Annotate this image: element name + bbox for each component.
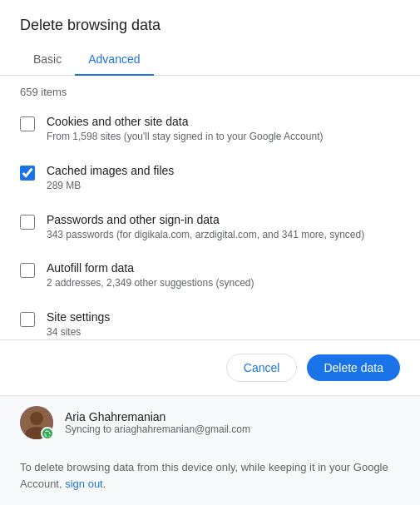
site-settings-checkbox-wrap[interactable] xyxy=(20,312,35,330)
list-item: Cookies and other site data From 1,598 s… xyxy=(20,105,400,154)
list-item: Site settings 34 sites xyxy=(20,300,400,339)
passwords-label: Passwords and other sign-in data xyxy=(47,213,364,226)
cache-desc: 289 MB xyxy=(47,179,174,193)
title-bar: Delete browsing data xyxy=(0,0,420,44)
autofill-desc: 2 addresses, 2,349 other suggestions (sy… xyxy=(47,276,254,290)
passwords-desc: 343 passwords (for digikala.com, arzdigi… xyxy=(47,228,364,242)
site-settings-desc: 34 sites xyxy=(47,325,110,339)
passwords-checkbox[interactable] xyxy=(20,215,35,230)
account-info: Aria Ghahremanian Syncing to ariaghahrem… xyxy=(65,410,250,435)
cookies-checkbox[interactable] xyxy=(20,116,35,131)
cache-checkbox[interactable] xyxy=(20,166,35,181)
scroll-hint-text: 659 items xyxy=(20,76,400,105)
cookies-label: Cookies and other site data xyxy=(47,115,323,128)
list-item: Autofill form data 2 addresses, 2,349 ot… xyxy=(20,251,400,300)
cache-checkbox-wrap[interactable] xyxy=(20,166,35,184)
cache-label: Cached images and files xyxy=(47,164,174,177)
account-sync-label: Syncing to ariaghahremanian@gmail.com xyxy=(65,423,250,435)
sync-icon xyxy=(44,430,51,437)
cancel-button[interactable]: Cancel xyxy=(226,354,298,382)
account-name: Aria Ghahremanian xyxy=(65,410,250,423)
account-section: Aria Ghahremanian Syncing to ariaghahrem… xyxy=(0,395,420,449)
svg-point-1 xyxy=(30,412,43,425)
tab-basic[interactable]: Basic xyxy=(20,44,75,76)
delete-browsing-data-dialog: Delete browsing data Basic Advanced 659 … xyxy=(0,0,420,505)
sync-badge xyxy=(41,427,54,440)
cookies-desc: From 1,598 sites (you'll stay signed in … xyxy=(47,130,323,144)
tab-advanced[interactable]: Advanced xyxy=(75,44,153,76)
autofill-checkbox-wrap[interactable] xyxy=(20,263,35,281)
dialog-title: Delete browsing data xyxy=(20,17,400,34)
autofill-checkbox[interactable] xyxy=(20,263,35,278)
content-area: 659 items Cookies and other site data Fr… xyxy=(0,76,420,339)
footer-text-after: . xyxy=(103,478,106,490)
sign-out-link[interactable]: sign out xyxy=(65,478,103,490)
action-bar: Cancel Delete data xyxy=(0,340,420,395)
autofill-label: Autofill form data xyxy=(47,261,254,275)
site-settings-label: Site settings xyxy=(47,310,110,324)
delete-button[interactable]: Delete data xyxy=(307,354,400,381)
passwords-checkbox-wrap[interactable] xyxy=(20,215,35,233)
site-settings-checkbox[interactable] xyxy=(20,312,35,327)
tab-bar: Basic Advanced xyxy=(0,44,420,76)
avatar-wrap xyxy=(20,406,53,439)
list-item: Cached images and files 289 MB xyxy=(20,154,400,203)
footer-text: To delete browsing data from this device… xyxy=(0,449,420,505)
cookies-checkbox-wrap[interactable] xyxy=(20,116,35,135)
list-item: Passwords and other sign-in data 343 pas… xyxy=(20,203,400,252)
